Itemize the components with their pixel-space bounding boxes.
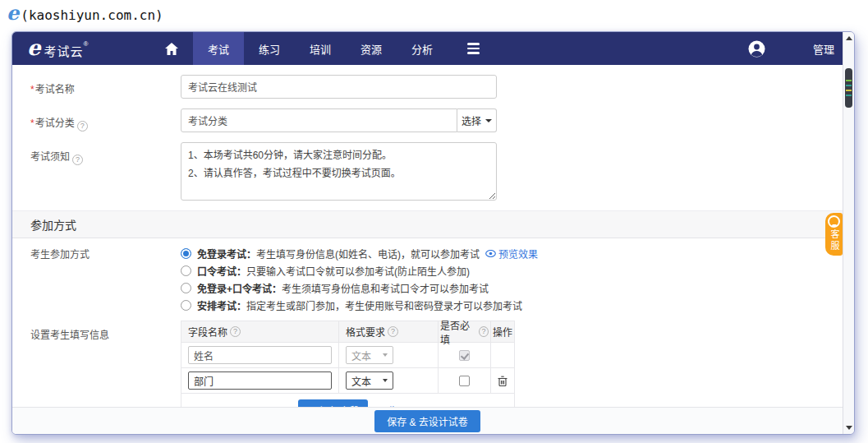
table-row: 文本 (181, 368, 514, 394)
chevron-down-icon (485, 119, 492, 122)
table-header-row: 字段名称? 格式要求? 是否必填? 操作 (181, 321, 514, 343)
admin-menu[interactable]: 管理 (813, 41, 843, 57)
nav-home[interactable] (150, 32, 193, 65)
logo-registered-mark: ® (84, 40, 89, 48)
top-navbar: e 考试云 ® 考试 练习 培训 资源 分析 (12, 32, 843, 65)
help-icon[interactable]: ? (77, 121, 88, 132)
category-select-button[interactable]: 选择 (457, 108, 497, 132)
headset-icon (828, 215, 840, 228)
exam-category-row: *考试分类? 选择 (12, 108, 843, 132)
radio-unchecked-icon[interactable] (181, 300, 191, 311)
delete-field-button[interactable] (498, 376, 507, 386)
help-icon[interactable]: ? (230, 326, 241, 337)
browser-brand: e (kaoshiyun.com.cn) (7, 3, 163, 23)
preview-effect-link[interactable]: 预览效果 (485, 247, 538, 261)
nav-tab-practice[interactable]: 练习 (244, 32, 295, 65)
nav-tab-analysis[interactable]: 分析 (397, 32, 448, 65)
nav-tab-resource[interactable]: 资源 (346, 32, 397, 65)
required-checkbox[interactable] (459, 376, 470, 386)
trash-icon (498, 376, 507, 386)
help-icon[interactable]: ? (72, 155, 83, 165)
field-name-input[interactable] (188, 371, 332, 390)
radio-option-no-login[interactable]: 免登录考试： 考生填写身份信息(如姓名、电话)，就可以参加考试 预览效果 (181, 245, 690, 262)
scroll-up-arrow-icon[interactable] (846, 36, 852, 40)
app-window: e 考试云 ® 考试 练习 培训 资源 分析 (11, 31, 855, 435)
user-avatar-icon[interactable] (748, 40, 765, 58)
brand-url-text: (kaoshiyun.com.cn) (21, 4, 163, 23)
table-row: 文本 (181, 343, 514, 368)
participation-row: 考生参加方式 免登录考试： 考生填写身份信息(如姓名、电话)，就可以参加考试 预… (12, 243, 843, 314)
exam-name-input[interactable] (181, 75, 497, 99)
help-icon[interactable]: ? (479, 326, 489, 337)
customer-service-label: 客服 (829, 229, 838, 252)
exam-notice-textarea[interactable]: 1、本场考试共60分钟，请大家注意时间分配。 2、请认真作答，考试过程中不要切换… (181, 142, 497, 201)
main-content: *考试名称 *考试分类? 选择 (12, 65, 843, 434)
exam-category-label: *考试分类? (30, 108, 181, 132)
logo-text: 考试云 (44, 42, 84, 59)
help-icon[interactable]: ? (388, 326, 398, 337)
required-mark: * (30, 118, 34, 129)
participation-label: 考生参加方式 (30, 243, 181, 314)
kaoshiyun-logo-icon: e (7, 3, 19, 23)
save-bar: 保存 & 去设计试卷 (12, 407, 843, 434)
nav-right-area: 管理 (748, 40, 843, 58)
exam-name-label: *考试名称 (30, 75, 181, 99)
format-select[interactable]: 文本 (346, 371, 393, 390)
scroll-down-arrow-icon[interactable] (846, 426, 852, 430)
radio-unchecked-icon[interactable] (181, 265, 191, 276)
exam-name-row: *考试名称 (12, 75, 843, 99)
format-select-locked: 文本 (346, 346, 393, 364)
col-header-field-name: 字段名称? (181, 321, 339, 342)
scrollbar-thumb[interactable] (845, 68, 852, 108)
radio-option-assigned[interactable]: 安排考试： 指定考生或部门参加，考生使用账号和密码登录才可以参加考试 (181, 297, 690, 314)
field-name-input-locked (188, 346, 332, 364)
required-mark: * (30, 84, 34, 95)
chevron-down-icon (383, 379, 388, 382)
nav-more-menu[interactable] (448, 32, 498, 65)
nav-tab-training[interactable]: 培训 (295, 32, 346, 65)
participation-section-title: 参加方式 (12, 210, 843, 238)
window-scrollbar[interactable] (843, 32, 854, 434)
col-header-required: 是否必填? (439, 321, 491, 342)
eye-icon (485, 250, 496, 257)
home-icon (165, 43, 178, 55)
customer-service-tab[interactable]: 客服 (825, 213, 843, 256)
nav-menu: 考试 练习 培训 资源 分析 (150, 32, 498, 65)
logo-e-icon: e (27, 39, 41, 57)
radio-unchecked-icon[interactable] (181, 283, 191, 293)
radio-option-passcode[interactable]: 口令考试： 只要输入考试口令就可以参加考试(防止陌生人参加) (181, 262, 690, 279)
required-checkbox-locked (459, 350, 470, 361)
exam-notice-label: 考试须知? (30, 142, 181, 204)
radio-checked-icon[interactable] (181, 248, 191, 259)
col-header-action: 操作 (491, 321, 514, 342)
exam-notice-row: 考试须知? 1、本场考试共60分钟，请大家注意时间分配。 2、请认真作答，考试过… (12, 142, 843, 204)
app-logo[interactable]: e 考试云 ® (12, 39, 150, 59)
chevron-down-icon (383, 353, 388, 357)
exam-form: *考试名称 *考试分类? 选择 (12, 65, 843, 429)
radio-option-no-login-passcode[interactable]: 免登录+口令考试： 考生须填写身份信息和考试口令才可以参加考试 (181, 279, 690, 297)
col-header-format: 格式要求? (339, 321, 439, 342)
nav-tab-exam[interactable]: 考试 (193, 32, 244, 65)
save-and-design-button[interactable]: 保存 & 去设计试卷 (374, 410, 480, 432)
exam-category-input[interactable] (181, 108, 457, 132)
hamburger-icon (467, 43, 480, 54)
